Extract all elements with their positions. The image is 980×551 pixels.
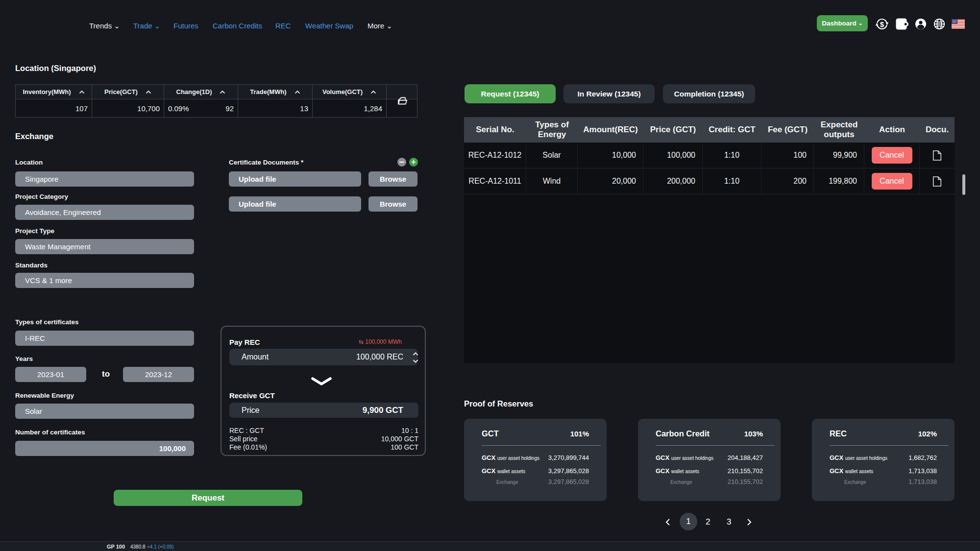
svg-text:$: $ <box>880 20 884 28</box>
